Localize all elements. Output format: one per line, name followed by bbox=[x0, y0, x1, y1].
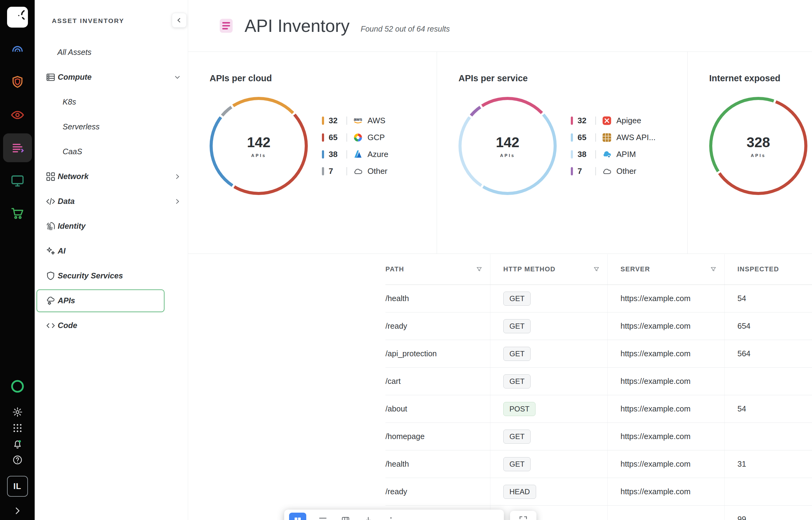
rail-item-api[interactable] bbox=[3, 133, 32, 162]
cell-path: /cart bbox=[386, 368, 490, 395]
rail-item-gear[interactable] bbox=[8, 404, 27, 420]
sidebar-item-compute[interactable]: Compute bbox=[35, 65, 188, 89]
rail-item-apps[interactable] bbox=[8, 420, 27, 436]
method-chip: GET bbox=[503, 457, 531, 471]
sidebar-item-label: Code bbox=[58, 321, 77, 330]
table-row[interactable]: /readyGEThttps://example.com654OpenAP bbox=[386, 312, 812, 340]
funnel-icon[interactable] bbox=[710, 266, 717, 273]
main-content: API Inventory Found 52 out of 64 results… bbox=[188, 0, 812, 520]
cell-path: /api_protection bbox=[386, 340, 490, 367]
app-logo[interactable] bbox=[7, 7, 28, 28]
funnel-icon[interactable] bbox=[593, 266, 600, 273]
table-row[interactable]: /api_protectionGEThttps://example.com564… bbox=[386, 340, 812, 368]
rail-item-monitor[interactable] bbox=[3, 166, 32, 195]
sidebar-item-all-assets[interactable]: All Assets bbox=[35, 40, 188, 65]
page-header: API Inventory Found 52 out of 64 results bbox=[188, 0, 812, 52]
table-row[interactable]: /readyHEADhttps://example.comOpenAP bbox=[386, 478, 812, 505]
ring-icon bbox=[9, 378, 25, 394]
table-row[interactable]: /healthGEThttps://example.com31OpenAP bbox=[386, 450, 812, 478]
sidebar-item-k8s[interactable]: K8s bbox=[35, 89, 188, 114]
donut-total: 142 bbox=[496, 134, 520, 151]
svg-text:aws: aws bbox=[353, 117, 362, 122]
sidebar-nav: All AssetsComputeK8sServerlessCaaSNetwor… bbox=[35, 40, 188, 338]
legend-label: APIM bbox=[616, 150, 636, 159]
cell-inspected: 54 bbox=[724, 395, 812, 422]
cell-path: /health bbox=[386, 285, 490, 312]
sidebar-item-network[interactable]: Network bbox=[35, 164, 188, 189]
expand-rail-button[interactable] bbox=[11, 504, 24, 518]
donut-total: 328 bbox=[747, 134, 770, 151]
method-chip: HEAD bbox=[503, 485, 536, 499]
sidebar-collapse-button[interactable] bbox=[172, 13, 187, 28]
toolbar-button-columns[interactable] bbox=[339, 513, 352, 520]
legend-tick bbox=[571, 167, 573, 175]
toolbar-primary-button[interactable] bbox=[289, 513, 306, 520]
gear-icon bbox=[12, 407, 23, 418]
rail-item-cart[interactable] bbox=[3, 199, 32, 228]
cell-inspected: 564 bbox=[724, 340, 812, 367]
rail-item-eye[interactable] bbox=[3, 101, 32, 129]
legend-divider bbox=[346, 150, 347, 158]
bell-icon bbox=[12, 438, 23, 449]
column-header-inspected[interactable]: INSPECTED bbox=[724, 254, 812, 285]
cell-http-method: HEAD bbox=[490, 478, 608, 505]
chart-internet-exposed: Internet exposed328APIs bbox=[687, 52, 812, 254]
table-row[interactable]: /aboutPOSThttps://example.com54OpenAP bbox=[386, 395, 812, 423]
column-header-path[interactable]: PATH bbox=[386, 254, 490, 285]
rail-item-help[interactable] bbox=[8, 452, 27, 468]
column-header-http-method[interactable]: HTTP METHOD bbox=[490, 254, 608, 285]
cell-inspected bbox=[724, 368, 812, 395]
sidebar-item-code[interactable]: Code bbox=[35, 313, 188, 338]
sidebar-item-security-services[interactable]: Security Services bbox=[35, 263, 188, 288]
legend-item-aws: 32awsAWS bbox=[322, 114, 388, 127]
cell-http-method: GET bbox=[490, 312, 608, 340]
cell-inspected bbox=[724, 478, 812, 505]
cell-server: https://example.com bbox=[608, 423, 724, 450]
legend-divider bbox=[346, 133, 347, 142]
sidebar-item-caas[interactable]: CaaS bbox=[35, 139, 188, 164]
donut-unit: APIs bbox=[751, 153, 766, 158]
column-header-server[interactable]: SERVER bbox=[608, 254, 724, 285]
toolbar-button-list[interactable] bbox=[317, 513, 329, 520]
data-icon bbox=[45, 196, 56, 207]
cloud-icon bbox=[601, 165, 613, 177]
toolbar-button-more[interactable] bbox=[385, 513, 397, 520]
sidebar-item-data[interactable]: Data bbox=[35, 189, 188, 214]
legend-item-aws-api: 65AWS API... bbox=[571, 131, 656, 144]
legend-tick bbox=[322, 116, 324, 125]
table-row[interactable]: /homepageGEThttps://example.comOpenAP bbox=[386, 423, 812, 450]
toolbar-button-download[interactable] bbox=[362, 513, 374, 520]
floating-toolbar bbox=[284, 510, 504, 520]
donut-unit: APIs bbox=[251, 153, 266, 158]
rail-item-radar[interactable] bbox=[3, 35, 32, 64]
chevron-right-icon bbox=[12, 505, 23, 516]
floating-side-button[interactable] bbox=[510, 511, 536, 520]
donut-chart: 142APIs bbox=[459, 97, 557, 195]
rail-item-shield[interactable] bbox=[3, 68, 32, 97]
table-row[interactable]: /cartGEThttps://example.comOpenAP bbox=[386, 368, 812, 395]
compute-icon bbox=[45, 72, 56, 82]
sidebar-item-identity[interactable]: Identity bbox=[35, 214, 188, 238]
legend-label: AWS bbox=[368, 116, 386, 125]
sidebar-item-serverless[interactable]: Serverless bbox=[35, 114, 188, 139]
rail-item-ring[interactable] bbox=[8, 375, 27, 397]
avatar[interactable]: IL bbox=[7, 476, 28, 497]
cell-http-method: GET bbox=[490, 285, 608, 312]
cell-inspected: 654 bbox=[724, 312, 812, 340]
table-row[interactable]: /healthGEThttps://example.com54OpenAP bbox=[386, 285, 812, 312]
legend-value: 7 bbox=[577, 166, 595, 176]
legend-value: 65 bbox=[329, 133, 346, 142]
legend-label: Apigee bbox=[616, 116, 641, 125]
cell-server: https://example.com bbox=[608, 285, 724, 312]
legend-item-apigee: 32Apigee bbox=[571, 114, 656, 127]
rail-item-bell[interactable] bbox=[8, 436, 27, 452]
sidebar-item-ai[interactable]: AI bbox=[35, 238, 188, 263]
sidebar-item-label: Compute bbox=[58, 73, 92, 82]
page-title: API Inventory bbox=[245, 16, 349, 36]
funnel-icon[interactable] bbox=[476, 266, 483, 273]
chart-apis-per-cloud: APIs per cloud142APIs32awsAWS65GCP38Azur… bbox=[188, 52, 437, 254]
sidebar-item-apis[interactable]: APIs bbox=[36, 289, 165, 312]
cell-server: https://example.com bbox=[608, 395, 724, 422]
sidebar-item-label: Network bbox=[58, 172, 89, 181]
chart-apis-per-service: APIs per service142APIs32Apigee65AWS API… bbox=[437, 52, 687, 254]
